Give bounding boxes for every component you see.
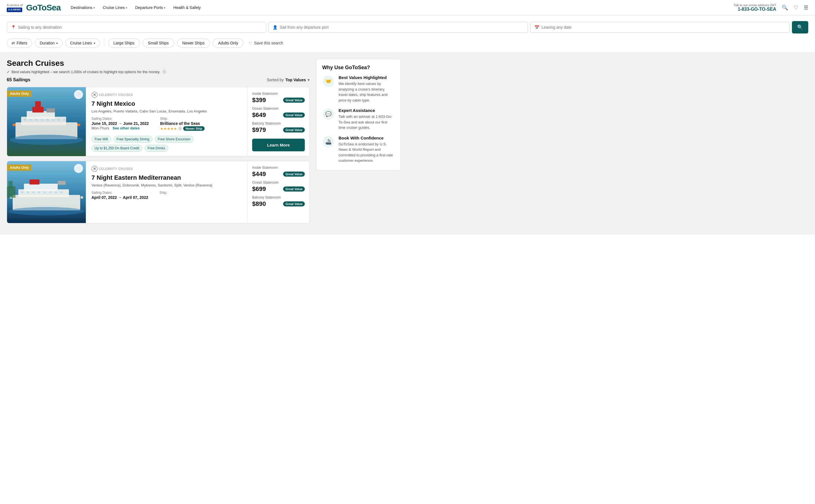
svg-text:💬: 💬 xyxy=(325,111,332,117)
duration-filter[interactable]: Duration ▾ xyxy=(35,39,62,48)
info-icon[interactable]: i xyxy=(178,127,182,131)
ocean-price-row-2: $699 Great Value xyxy=(252,185,305,193)
service-text: A service of xyxy=(7,3,23,7)
why-title: Why Use GoToSea? xyxy=(322,65,395,71)
sailing-dates-label: Sailing Dates: xyxy=(91,117,149,121)
heart-icon: ♡ xyxy=(248,41,252,45)
balcony-amount-2: $890 xyxy=(252,200,266,208)
checkmark-icon: ✓ xyxy=(7,70,10,74)
main-nav: Destinations ▾ Cruise Lines ▾ Departure … xyxy=(71,5,733,10)
svg-rect-25 xyxy=(21,192,23,193)
svg-point-6 xyxy=(10,135,83,145)
heart-button-2[interactable]: ♡ xyxy=(74,164,83,173)
cx-circle-2: ✕ xyxy=(91,166,98,172)
nav-health-safety[interactable]: Health & Safety xyxy=(173,5,201,10)
why-item-best-values: 🤝 Best Values Highlighted We identify be… xyxy=(322,75,395,103)
price-row-inside: Inside Stateroom $399 Great Value xyxy=(252,92,305,104)
svg-text:🤝: 🤝 xyxy=(325,78,332,84)
menu-icon[interactable]: ☰ xyxy=(804,5,808,11)
balcony-price-row: $979 Great Value xyxy=(252,126,305,134)
cruise-lines-label: Cruise Lines xyxy=(70,41,92,45)
cruise-details-row-1: Sailing Dates: June 15, 2022 → June 21, … xyxy=(91,117,242,131)
search-button[interactable]: 🔍 xyxy=(792,21,808,33)
chevron-down-icon: ▾ xyxy=(93,6,95,9)
perk-free-wifi: Free Wifi xyxy=(91,136,111,143)
filter-tag-adults-only[interactable]: Adults Only xyxy=(213,39,244,48)
nav-cruise-lines-label: Cruise Lines xyxy=(103,5,125,10)
search-icon[interactable]: 🔍 xyxy=(782,5,788,11)
why-item-confidence: 🚢 Book With Confidence GoToSea is endors… xyxy=(322,136,395,163)
info-icon[interactable]: i xyxy=(162,69,167,74)
chevron-down-icon: ▾ xyxy=(126,6,127,9)
heart-icon[interactable]: ♡ xyxy=(794,5,798,11)
balcony-label: Balcony Stateroom xyxy=(252,121,305,125)
filters-button[interactable]: ⇄ Filters xyxy=(7,39,32,48)
cx-circle: ✕ xyxy=(91,92,98,98)
ocean-price-row: $649 Great Value xyxy=(252,111,305,119)
learn-more-button-1[interactable]: Learn More xyxy=(252,139,305,151)
phone-number[interactable]: 1-833-GO-TO-SEA xyxy=(733,7,776,12)
inside-amount: $399 xyxy=(252,96,266,104)
site-logo[interactable]: GoToSea xyxy=(26,3,60,12)
main-content: Search Cruises ✓ Best values highlighted… xyxy=(0,52,815,235)
save-search-label: Save this search xyxy=(254,41,283,45)
svg-rect-30 xyxy=(49,192,51,193)
card-price-2: Inside Stateroom $449 Great Value Ocean … xyxy=(247,161,309,223)
sailing-dates-label-2: Sailing Dates: xyxy=(91,191,148,195)
ship-name: Brilliance of the Seas xyxy=(160,121,205,126)
ship-group: Ship: Brilliance of the Seas ★★★★★ i New… xyxy=(160,117,205,131)
see-other-dates[interactable]: See other dates xyxy=(113,126,140,130)
why-item-confidence-title: Book With Confidence xyxy=(338,136,395,140)
card-image-wrap-2: Adults Only ♡ xyxy=(7,161,86,223)
filter-divider xyxy=(104,39,104,48)
cruise-route-1: Los Angeles, Puerto Vallarta, Cabo San L… xyxy=(91,109,242,113)
talk-label: Talk to our cruise advisors 24/7 xyxy=(733,3,776,7)
handshake-icon: 🤝 xyxy=(322,75,334,87)
price-row-balcony-2: Balcony Stateroom $890 Great Value xyxy=(252,195,305,208)
cruise-route-2: Venice (Ravenna), Dubrovnik, Mykonos, Sa… xyxy=(91,183,242,187)
date-input[interactable] xyxy=(542,25,785,30)
filter-icon: ⇄ xyxy=(12,41,15,45)
svg-point-22 xyxy=(8,207,84,215)
svg-rect-16 xyxy=(63,119,66,121)
sailing-dates-2: April 07, 2022 → April 07, 2022 xyxy=(91,195,148,200)
svg-rect-26 xyxy=(27,192,29,193)
filter-tag-newer-ships[interactable]: Newer Ships xyxy=(177,39,210,48)
nav-destinations[interactable]: Destinations ▾ xyxy=(71,5,95,10)
inside-label: Inside Stateroom xyxy=(252,92,305,96)
filters-label: Filters xyxy=(17,41,27,45)
cruise-details-row-2: Sailing Dates: April 07, 2022 → April 07… xyxy=(91,191,242,200)
destination-input[interactable] xyxy=(18,25,262,30)
nav-health-safety-label: Health & Safety xyxy=(173,5,201,10)
destination-input-wrap: 📍 xyxy=(7,22,266,33)
heart-button-1[interactable]: ♡ xyxy=(74,90,83,99)
svg-rect-29 xyxy=(44,192,46,193)
cruise-title-2: 7 Night Eastern Mediterranean xyxy=(91,174,242,181)
price-row-ocean-2: Ocean Stateroom $699 Great Value xyxy=(252,181,305,193)
svg-rect-8 xyxy=(77,124,80,126)
svg-rect-10 xyxy=(30,119,32,121)
nav-cruise-lines[interactable]: Cruise Lines ▾ xyxy=(103,5,127,10)
inside-price-row-2: $449 Great Value xyxy=(252,170,305,178)
cruise-card-1: Adults Only ♡ ✕ Celebrity Cruises 7 Nigh… xyxy=(7,87,309,156)
filter-tag-small-ships[interactable]: Small Ships xyxy=(143,39,174,48)
svg-rect-13 xyxy=(46,119,49,121)
why-item-confidence-content: Book With Confidence GoToSea is endorsed… xyxy=(338,136,395,163)
chevron-down-icon: ▾ xyxy=(56,42,58,45)
ship-group-2: Ship: xyxy=(160,191,167,200)
cruise-card-2: Adults Only ♡ ✕ Celebrity Cruises 7 Nigh… xyxy=(7,161,309,223)
port-input[interactable] xyxy=(280,25,524,30)
sailing-dates: June 15, 2022 → June 21, 2022 xyxy=(91,121,149,126)
svg-rect-33 xyxy=(7,186,15,198)
cruise-lines-filter[interactable]: Cruise Lines ▾ xyxy=(65,39,100,48)
card-image-wrap-1: Adults Only ♡ xyxy=(7,87,86,156)
filter-tag-large-ships[interactable]: Large Ships xyxy=(108,39,140,48)
chevron-down-icon[interactable]: ▾ xyxy=(307,78,309,82)
why-box: Why Use GoToSea? 🤝 Best Values Highlight… xyxy=(316,59,401,170)
save-search[interactable]: ♡ Save this search xyxy=(248,41,283,45)
ship-icon: 🚢 xyxy=(322,136,334,148)
nav-departure-ports[interactable]: Departure Ports ▾ xyxy=(135,5,165,10)
sort-value[interactable]: Top Values xyxy=(285,78,306,82)
best-values-text: Best values highlighted – we search 1,00… xyxy=(12,70,160,74)
nav-destinations-label: Destinations xyxy=(71,5,92,10)
